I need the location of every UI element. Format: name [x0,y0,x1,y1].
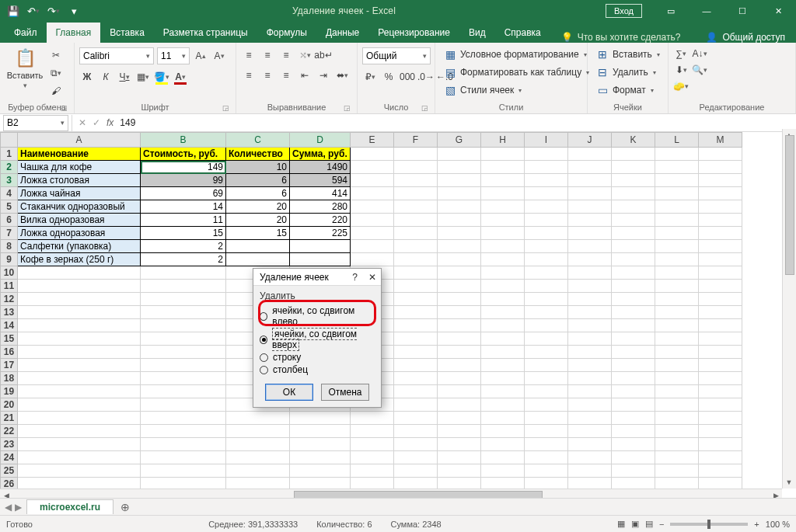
maximize-icon[interactable]: ☐ [724,0,760,22]
number-launcher-icon[interactable]: ◲ [421,104,428,112]
cell[interactable] [18,293,141,306]
qat-dropdown-icon[interactable]: ▾ [65,2,82,19]
underline-button[interactable]: Ч▾ [117,69,132,85]
cell[interactable] [481,214,525,227]
cell[interactable]: Вилка одноразовая [18,214,141,227]
sheet-nav-next-icon[interactable]: ▶ [15,502,22,513]
cell[interactable] [568,200,612,214]
cell[interactable] [612,253,655,266]
cell[interactable]: Ложка чайная [18,187,141,200]
cell[interactable] [226,253,290,266]
row-header-18[interactable]: 18 [1,372,18,385]
cell[interactable] [18,319,141,332]
name-box[interactable]: B2▾ [3,115,68,131]
col-header-J[interactable]: J [568,133,612,148]
cell[interactable] [351,148,394,161]
cell[interactable] [568,187,612,200]
tab-formulas[interactable]: Формулы [257,23,316,43]
sort-filter-icon[interactable]: A↓▾ [692,46,707,61]
cell[interactable] [612,332,655,346]
cell[interactable] [438,412,481,425]
tab-page-layout[interactable]: Разметка страницы [154,23,257,43]
cell[interactable] [394,187,438,200]
cell[interactable] [394,438,438,451]
cell[interactable] [699,266,742,280]
cell[interactable] [568,280,612,293]
align-bottom-icon[interactable]: ≡ [278,47,294,63]
cell[interactable] [568,240,612,253]
cell[interactable] [394,412,438,425]
cell[interactable] [351,451,394,464]
row-header-19[interactable]: 19 [1,385,18,398]
col-header-H[interactable]: H [481,133,525,148]
cell[interactable] [18,306,141,319]
cell[interactable] [655,280,699,293]
cell[interactable] [481,346,525,359]
dialog-help-icon[interactable]: ? [352,272,358,283]
cell[interactable] [568,214,612,227]
format-painter-icon[interactable]: 🖌 [48,83,64,99]
fill-color-icon[interactable]: 🪣▾ [154,69,169,85]
dialog-close-icon[interactable]: ✕ [368,272,376,283]
col-header-E[interactable]: E [351,133,394,148]
cell[interactable] [394,306,438,319]
cell[interactable]: 1490 [290,161,351,174]
cell[interactable] [568,438,612,451]
cell[interactable] [481,266,525,280]
cell[interactable] [438,187,481,200]
cell[interactable] [612,161,655,174]
cell[interactable] [525,253,568,266]
cell[interactable] [141,280,226,293]
cell[interactable] [568,161,612,174]
border-icon[interactable]: ▦▾ [135,69,151,85]
font-launcher-icon[interactable]: ◲ [222,104,229,112]
cell[interactable] [226,240,290,253]
cell[interactable] [568,464,612,478]
cell[interactable] [226,464,290,478]
cell[interactable] [525,372,568,385]
cell[interactable] [438,319,481,332]
cell[interactable] [525,412,568,425]
clipboard-launcher-icon[interactable]: ◲ [60,104,68,112]
cell[interactable] [438,438,481,451]
dialog-radio-2[interactable]: строку [260,351,375,363]
row-header-2[interactable]: 2 [1,161,18,174]
cell[interactable] [699,464,742,478]
cell[interactable]: 10 [226,161,290,174]
cell[interactable] [481,240,525,253]
cell[interactable] [141,412,226,425]
cell[interactable]: 414 [290,187,351,200]
cell[interactable] [18,398,141,412]
cell[interactable] [525,464,568,478]
cell[interactable] [699,227,742,240]
row-header-13[interactable]: 13 [1,306,18,319]
cell[interactable] [394,332,438,346]
cell[interactable]: 6 [226,187,290,200]
cell[interactable] [438,214,481,227]
row-header-24[interactable]: 24 [1,451,18,464]
decrease-font-icon[interactable]: A▾ [211,48,227,64]
cell[interactable] [612,293,655,306]
cell[interactable] [568,451,612,464]
cell[interactable] [438,293,481,306]
col-header-D[interactable]: D [290,133,351,148]
cell[interactable] [351,425,394,438]
cell[interactable]: 15 [141,227,226,240]
cell[interactable] [568,372,612,385]
cell[interactable]: 20 [226,214,290,227]
cell[interactable] [438,280,481,293]
clear-icon[interactable]: 🧽▾ [673,78,689,94]
minimize-icon[interactable]: — [689,0,724,22]
col-header-A[interactable]: A [18,133,141,148]
cell[interactable] [438,266,481,280]
cell[interactable] [568,385,612,398]
dialog-radio-0[interactable]: ячейки, со сдвигом влево [260,304,375,328]
sheet-tab[interactable]: microexcel.ru [26,499,113,514]
cell[interactable] [226,412,290,425]
cell[interactable] [438,372,481,385]
cell[interactable] [290,425,351,438]
cell[interactable] [351,214,394,227]
cell[interactable] [438,148,481,161]
cell[interactable] [655,425,699,438]
cell[interactable] [351,464,394,478]
